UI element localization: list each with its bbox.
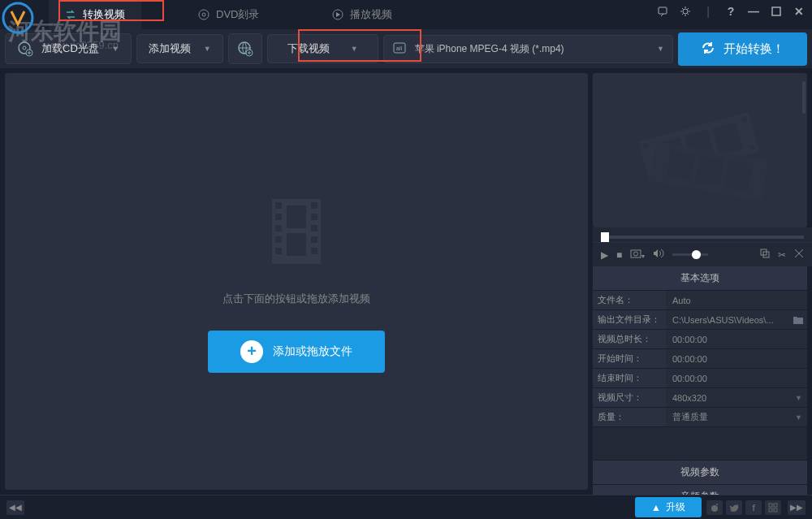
- cut-button[interactable]: ✂: [778, 249, 786, 261]
- play-button[interactable]: ▶: [601, 249, 608, 261]
- volume-icon[interactable]: [653, 249, 664, 261]
- seek-thumb[interactable]: [601, 232, 609, 242]
- volume-thumb[interactable]: [692, 250, 701, 259]
- top-tabs-bar: 转换视频 DVD刻录 播放视频 | ? — ✕: [0, 0, 812, 29]
- chevron-down-icon: ▼: [351, 45, 358, 53]
- option-label: 文件名：: [593, 291, 666, 309]
- tab-play-video[interactable]: 播放视频: [316, 0, 408, 29]
- playback-controls: ▶ ■ ▾ ✂: [593, 242, 812, 266]
- svg-rect-20: [311, 202, 317, 209]
- start-convert-button[interactable]: 开始转换！: [678, 32, 807, 66]
- main-toolbar: 加载CD光盘 ▼ 添加视频 ▼ 下载视频 ▼ all 苹果 iPhone MPE…: [0, 29, 812, 68]
- svg-rect-47: [769, 508, 772, 512]
- film-placeholder-icon: [264, 191, 329, 272]
- globe-add-icon: [237, 41, 253, 57]
- download-video-button[interactable]: 下载视频 ▼: [267, 34, 378, 63]
- window-controls: | ? — ✕: [656, 5, 806, 18]
- maximize-button[interactable]: [770, 5, 783, 18]
- button-label: 添加或拖放文件: [273, 344, 352, 359]
- help-icon[interactable]: ?: [724, 5, 737, 18]
- copy-button[interactable]: [760, 249, 770, 261]
- option-value-quality[interactable]: 普通质量▼: [666, 408, 807, 426]
- app-logo: [2, 2, 34, 37]
- collapse-right-button[interactable]: ▶▶: [788, 500, 806, 515]
- globe-add-button[interactable]: [228, 33, 262, 64]
- option-value-end[interactable]: 00:00:00: [666, 369, 807, 387]
- stop-button[interactable]: ■: [616, 249, 622, 261]
- bottom-status-bar: ◀◀ ▲ 升级 f ▶▶: [0, 495, 812, 519]
- format-icon: all: [392, 41, 407, 58]
- plus-circle-icon: +: [240, 340, 263, 363]
- svg-rect-39: [631, 250, 641, 257]
- format-label: 苹果 iPhone MPEG-4 视频 (*.mp4): [415, 42, 650, 56]
- tab-convert-video[interactable]: 转换视频: [49, 0, 141, 29]
- seek-track: [601, 236, 804, 239]
- weibo-button[interactable]: [706, 500, 723, 515]
- bottom-left-controls: ◀◀: [6, 500, 24, 515]
- option-value-filename[interactable]: Auto: [666, 291, 807, 309]
- add-video-button[interactable]: 添加视频 ▼: [136, 34, 223, 63]
- option-row-output-dir: 输出文件目录： C:\Users\ASUS\Videos\...: [593, 310, 807, 330]
- svg-rect-46: [774, 504, 777, 507]
- play-icon: [332, 9, 343, 20]
- convert-icon: [65, 9, 76, 20]
- collapse-left-button[interactable]: ◀◀: [6, 500, 24, 515]
- svg-point-2: [202, 13, 205, 16]
- scrollbar-thumb[interactable]: [802, 81, 806, 114]
- svg-text:all: all: [396, 45, 402, 51]
- option-label: 开始时间：: [593, 349, 666, 368]
- facebook-button[interactable]: f: [745, 500, 762, 515]
- seek-bar[interactable]: [593, 227, 812, 242]
- twitter-button[interactable]: [726, 500, 742, 515]
- svg-point-44: [716, 504, 718, 505]
- feedback-icon[interactable]: [656, 5, 669, 18]
- option-label: 结束时间：: [593, 369, 666, 387]
- svg-rect-24: [311, 248, 317, 254]
- svg-rect-18: [275, 236, 282, 243]
- option-label: 视频总时长：: [593, 330, 666, 348]
- fullscreen-button[interactable]: [765, 500, 781, 515]
- svg-rect-38: [723, 160, 752, 192]
- button-label: 加载CD光盘: [41, 41, 99, 56]
- browse-folder-icon[interactable]: [793, 315, 804, 325]
- options-panel: 基本选项 文件名： Auto 输出文件目录： C:\Users\ASUS\Vid…: [593, 266, 807, 495]
- chevron-down-icon: ▼: [112, 45, 119, 53]
- film-strip-icon: [619, 93, 781, 207]
- tab-label: 播放视频: [350, 7, 392, 22]
- right-sidebar: ▶ ■ ▾ ✂ 基本选项 文件名： Auto 输出文件目录： C:\Users\…: [593, 68, 812, 495]
- upgrade-button[interactable]: ▲ 升级: [635, 497, 702, 517]
- snapshot-button[interactable]: ▾: [630, 249, 645, 261]
- cd-add-icon: [17, 41, 33, 57]
- volume-slider[interactable]: [672, 253, 708, 256]
- svg-rect-16: [275, 214, 282, 220]
- svg-rect-26: [287, 233, 306, 256]
- main-content-area: 点击下面的按钮或拖放添加视频 + 添加或拖放文件: [0, 68, 812, 495]
- up-arrow-icon: ▲: [651, 502, 661, 513]
- svg-rect-23: [311, 236, 317, 243]
- output-format-select[interactable]: all 苹果 iPhone MPEG-4 视频 (*.mp4) ▼: [383, 35, 673, 63]
- add-file-button[interactable]: + 添加或拖放文件: [208, 331, 385, 373]
- svg-rect-37: [695, 155, 723, 187]
- load-cd-button[interactable]: 加载CD光盘 ▼: [5, 33, 132, 64]
- svg-rect-6: [772, 7, 780, 15]
- button-label: 开始转换！: [723, 41, 784, 57]
- minimize-button[interactable]: —: [747, 5, 760, 18]
- chevron-down-icon: ▼: [795, 394, 802, 402]
- video-list-panel[interactable]: 点击下面的按钮或拖放添加视频 + 添加或拖放文件: [5, 73, 588, 490]
- close-button[interactable]: ✕: [793, 5, 806, 18]
- button-label: 升级: [666, 500, 685, 514]
- svg-rect-4: [659, 7, 667, 14]
- button-label: 下载视频: [287, 41, 330, 56]
- audio-params-header[interactable]: 音频参数: [593, 485, 807, 495]
- crop-button[interactable]: [794, 249, 804, 261]
- svg-point-5: [683, 9, 688, 14]
- tab-dvd-burn[interactable]: DVD刻录: [182, 0, 275, 29]
- option-value: 00:00:00: [666, 330, 807, 348]
- svg-rect-15: [275, 202, 282, 209]
- settings-icon[interactable]: [679, 5, 692, 18]
- video-params-header[interactable]: 视频参数: [593, 460, 807, 485]
- svg-rect-17: [275, 225, 282, 231]
- option-value-size[interactable]: 480x320▼: [666, 388, 807, 407]
- option-value-start[interactable]: 00:00:00: [666, 349, 807, 368]
- option-value-output[interactable]: C:\Users\ASUS\Videos\...: [666, 310, 807, 329]
